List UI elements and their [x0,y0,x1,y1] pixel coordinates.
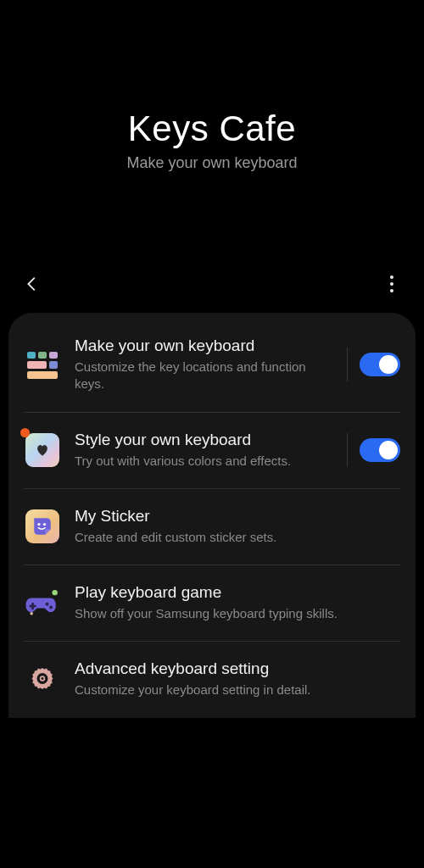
row-desc: Create and edit custom sticker sets. [75,529,400,546]
row-title: Play keyboard game [75,583,400,602]
toggle-style-keyboard[interactable] [360,438,400,462]
row-title: Style your own keyboard [75,431,333,449]
more-menu-button[interactable] [375,267,409,301]
row-desc: Show off your Samsung keyboard typing sk… [75,605,400,622]
app-subtitle: Make your own keyboard [0,154,424,172]
row-title: My Sticker [75,507,400,526]
chevron-left-icon [23,275,42,293]
row-title: Make your own keyboard [75,337,333,355]
svg-point-2 [52,590,57,595]
svg-rect-4 [29,605,36,608]
style-keyboard-icon [24,431,61,469]
sticker-face-icon [31,515,53,537]
row-keyboard-game[interactable]: Play keyboard game Show off your Samsung… [8,565,416,641]
heart-icon [34,442,51,459]
svg-point-5 [45,603,48,606]
row-make-keyboard[interactable]: Make your own keyboard Customize the key… [8,318,416,412]
game-controller-icon [24,584,61,621]
row-advanced-settings[interactable]: Advanced keyboard setting Customize your… [8,641,416,717]
svg-point-1 [43,523,46,526]
row-title: Advanced keyboard setting [75,659,400,678]
row-desc: Try out with various colors and effects. [75,453,333,470]
sticker-icon [24,508,61,545]
app-bar [0,264,424,304]
settings-panel: Make your own keyboard Customize the key… [8,313,416,718]
keyboard-layout-icon [24,346,61,383]
separator [347,348,348,381]
svg-point-0 [37,523,40,526]
row-desc: Customize the key locations and function… [75,359,333,393]
svg-point-10 [42,677,44,680]
svg-point-7 [30,612,33,615]
back-button[interactable] [15,267,49,301]
hero-header: Keys Cafe Make your own keyboard [0,0,424,172]
toggle-make-keyboard[interactable] [360,353,400,376]
svg-point-6 [49,606,53,609]
separator [347,433,348,467]
gear-icon [24,660,61,698]
more-vertical-icon [390,275,393,292]
row-my-sticker[interactable]: My Sticker Create and edit custom sticke… [8,488,416,565]
app-title: Keys Cafe [0,108,424,149]
row-style-keyboard[interactable]: Style your own keyboard Try out with var… [8,412,416,488]
row-desc: Customize your keyboard setting in detai… [75,682,400,698]
